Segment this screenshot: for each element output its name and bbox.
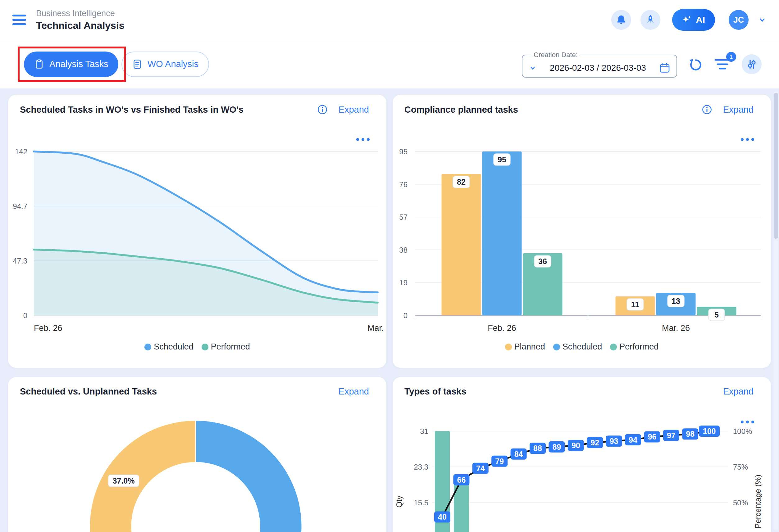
ai-button[interactable]: AI: [672, 9, 715, 31]
svg-text:94.7: 94.7: [13, 202, 27, 210]
scrollbar-track[interactable]: [774, 91, 778, 530]
svg-text:47.3: 47.3: [13, 257, 27, 265]
legend-dot: [201, 344, 208, 350]
bell-icon: [616, 15, 626, 25]
chevron-down-icon: [758, 15, 767, 24]
chevron-down-icon[interactable]: [529, 64, 537, 72]
more-options-icon[interactable]: [356, 138, 370, 141]
svg-text:95: 95: [399, 147, 408, 156]
svg-text:90: 90: [572, 441, 580, 450]
avatar[interactable]: JC: [729, 10, 748, 30]
svg-text:98: 98: [686, 429, 695, 438]
svg-text:19: 19: [399, 278, 408, 287]
expand-link[interactable]: Expand: [723, 105, 754, 115]
rocket-icon: [645, 14, 656, 25]
svg-text:94: 94: [629, 436, 637, 444]
card-scheduled-vs-unplanned: Scheduled vs. Unplanned Tasks Expand 37.…: [8, 377, 386, 532]
ai-button-label: AI: [696, 15, 705, 25]
sliders-icon: [746, 59, 757, 70]
reset-button[interactable]: [688, 57, 703, 72]
more-options-icon[interactable]: [741, 138, 754, 141]
creation-date-value[interactable]: 2026-02-03 / 2026-03-03: [540, 63, 655, 73]
svg-text:Feb. 26: Feb. 26: [488, 323, 516, 333]
reset-icon: [688, 57, 703, 72]
toolbar-controls: Creation Date: 2026-02-03 / 2026-03-03: [522, 51, 762, 78]
legend-label: Planned: [515, 342, 545, 352]
page-title: Technical Analysis: [36, 20, 125, 31]
creation-date-label: Creation Date:: [531, 51, 580, 59]
settings-button[interactable]: [742, 54, 762, 74]
svg-text:74: 74: [476, 464, 485, 473]
legend-label: Scheduled: [562, 342, 602, 352]
expand-link[interactable]: Expand: [339, 386, 369, 397]
svg-text:82: 82: [457, 178, 466, 186]
creation-date-field[interactable]: Creation Date: 2026-02-03 / 2026-03-03: [522, 51, 677, 78]
info-icon: [317, 104, 328, 115]
tab-wo-analysis-label: WO Analysis: [147, 59, 198, 69]
toolbar: Analysis Tasks WO Analysis Creation Date…: [0, 40, 779, 88]
svg-text:36: 36: [538, 257, 547, 266]
legend-item-planned[interactable]: Planned: [505, 342, 545, 352]
menu-icon[interactable]: [12, 15, 27, 25]
card-title: Scheduled Tasks in WO's vs Finished Task…: [20, 105, 306, 115]
svg-text:95: 95: [497, 155, 506, 164]
svg-text:23.3: 23.3: [414, 463, 428, 471]
tab-analysis-tasks[interactable]: Analysis Tasks: [24, 52, 118, 77]
clipboard-icon: [34, 59, 45, 70]
legend-label: Scheduled: [154, 342, 193, 352]
card-compliance-planned-tasks: Compliance planned tasks Expand 95765738…: [393, 95, 771, 368]
legend-label: Performed: [619, 342, 658, 352]
svg-text:11: 11: [631, 300, 640, 309]
svg-text:88: 88: [533, 444, 542, 453]
card-title: Scheduled vs. Unplanned Tasks: [20, 386, 328, 397]
legend-item-performed[interactable]: Performed: [201, 342, 250, 352]
title-block: Business Intelligence Technical Analysis: [36, 9, 125, 31]
bar-chart: 95765738190Feb. 26Mar. 2682953611135: [393, 95, 771, 368]
svg-text:93: 93: [610, 437, 618, 446]
card-header: Scheduled Tasks in WO's vs Finished Task…: [20, 104, 369, 115]
profile-chevron-button[interactable]: [758, 15, 767, 24]
svg-text:Percentage (%): Percentage (%): [754, 475, 762, 529]
legend-dot: [610, 344, 617, 350]
more-options-icon[interactable]: [741, 420, 754, 423]
svg-text:Qty: Qty: [395, 495, 404, 508]
legend-item-scheduled[interactable]: Scheduled: [553, 342, 602, 352]
svg-text:92: 92: [591, 438, 599, 447]
donut-chart: 37.0%: [8, 377, 386, 532]
svg-text:Mar. 26: Mar. 26: [367, 323, 386, 333]
notifications-button[interactable]: [611, 10, 631, 30]
header-actions: AI JC: [611, 9, 767, 31]
chart-legend: ScheduledPerformed: [8, 342, 386, 352]
expand-link[interactable]: Expand: [339, 105, 369, 115]
info-button[interactable]: [317, 104, 328, 115]
chart-legend: PlannedScheduledPerformed: [393, 342, 771, 352]
filter-badge: 1: [726, 52, 736, 62]
legend-item-performed[interactable]: Performed: [610, 342, 658, 352]
expand-link[interactable]: Expand: [723, 386, 754, 397]
info-button[interactable]: [701, 104, 713, 115]
legend-item-scheduled[interactable]: Scheduled: [144, 342, 193, 352]
rocket-button[interactable]: [641, 10, 660, 30]
svg-text:89: 89: [552, 443, 561, 451]
filter-button[interactable]: 1: [714, 58, 730, 70]
svg-text:66: 66: [457, 475, 466, 484]
svg-text:Feb. 26: Feb. 26: [34, 323, 62, 333]
tab-wo-analysis[interactable]: WO Analysis: [121, 52, 209, 77]
tab-analysis-tasks-label: Analysis Tasks: [49, 59, 108, 69]
svg-text:79: 79: [495, 457, 504, 466]
svg-text:40: 40: [438, 513, 447, 521]
calendar-icon[interactable]: [659, 62, 670, 74]
svg-text:50%: 50%: [733, 498, 748, 507]
svg-text:15.5: 15.5: [414, 498, 428, 507]
card-title: Types of tasks: [404, 386, 713, 397]
card-scheduled-vs-finished: Scheduled Tasks in WO's vs Finished Task…: [8, 95, 386, 368]
card-types-of-tasks: Types of tasks Expand 31100%23.375%15.55…: [393, 377, 771, 532]
app-title: Business Intelligence: [36, 9, 125, 18]
scrollbar-thumb[interactable]: [774, 93, 778, 239]
svg-text:76: 76: [399, 180, 408, 189]
svg-text:38: 38: [399, 246, 408, 254]
dashboard-page: Business Intelligence Technical Analysis: [0, 0, 779, 532]
svg-text:Mar. 26: Mar. 26: [662, 323, 690, 333]
svg-text:37.0%: 37.0%: [113, 476, 135, 485]
svg-text:5: 5: [714, 310, 719, 319]
